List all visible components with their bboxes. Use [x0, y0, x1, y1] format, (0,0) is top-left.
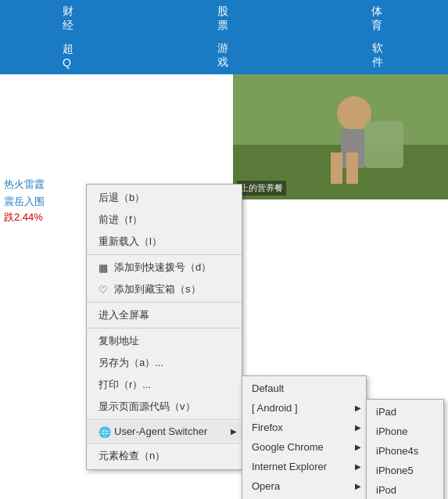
separator-2 — [87, 302, 242, 303]
heart-icon: ♡ — [99, 284, 109, 295]
ios-ipod[interactable]: iPod — [367, 480, 443, 499]
ctx-print[interactable]: 打印（r）... — [87, 374, 242, 396]
ctx-back[interactable]: 后退（b） — [87, 187, 242, 209]
treasurebox-label: 添加到藏宝箱（s） — [114, 282, 201, 296]
ua-chrome-arrow: ▶ — [355, 443, 361, 451]
svg-rect-6 — [346, 153, 358, 184]
separator-4 — [87, 419, 242, 420]
ctx-fullscreen[interactable]: 进入全屏幕 — [87, 304, 242, 326]
sidebar-text: 热火雷霆 震岳入围 跌2.44% — [0, 176, 45, 224]
ipod-label: iPod — [376, 484, 396, 496]
ua-arrow: ▶ — [231, 427, 237, 436]
nav-item-caijing[interactable]: 财经 — [63, 5, 77, 33]
ios-iphone4s[interactable]: iPhone4s — [367, 441, 443, 461]
ua-default[interactable]: Default — [242, 379, 366, 398]
speeddial-icon: ▦ — [99, 262, 109, 273]
ua-ie[interactable]: Internet Explorer ▶ — [242, 457, 366, 476]
print-label: 打印（r）... — [99, 378, 151, 392]
ctx-inspect[interactable]: 元素检查（n） — [87, 445, 242, 467]
globe-icon: 🌐 — [99, 426, 109, 437]
ua-firefox-arrow: ▶ — [355, 423, 361, 432]
nav-item-gupiao[interactable]: 股票 — [217, 5, 231, 33]
ua-chrome[interactable]: Google Chrome ▶ — [242, 437, 366, 457]
ctx-ua-switcher[interactable]: 🌐 User-Agent Switcher ▶ — [87, 422, 242, 441]
ua-firefox[interactable]: Firefox ▶ — [242, 418, 366, 437]
copyaddr-label: 复制地址 — [99, 334, 139, 348]
ipad-label: iPad — [376, 406, 396, 418]
context-menu: 后退（b） 前进（f） 重新载入（l） ▦ 添加到快速拨号（d） ♡ 添加到藏宝… — [86, 184, 242, 470]
ua-ie-label: Internet Explorer — [252, 461, 327, 472]
ios-ipad[interactable]: iPad — [367, 402, 443, 422]
ua-opera[interactable]: Opera ▶ — [242, 476, 366, 496]
ctx-speeddial[interactable]: ▦ 添加到快速拨号（d） — [87, 257, 242, 278]
news-img-label: 上的营养餐 — [237, 181, 286, 196]
nav-item-tiyu[interactable]: 体育 — [371, 5, 385, 33]
svg-rect-4 — [364, 121, 403, 168]
separator-5 — [87, 443, 242, 443]
ua-switcher-label: User-Agent Switcher — [114, 425, 207, 437]
ios-iphone5[interactable]: iPhone5 — [367, 461, 443, 480]
ua-submenu: Default [ Android ] ▶ Firefox ▶ Google C… — [242, 375, 367, 499]
separator-3 — [87, 328, 242, 328]
viewsource-label: 显示页面源代码（v） — [99, 400, 195, 414]
ios-iphone[interactable]: iPhone — [367, 422, 443, 441]
ctx-reload[interactable]: 重新载入（l） — [87, 231, 242, 253]
svg-rect-5 — [331, 153, 342, 184]
ctx-copyaddr[interactable]: 复制地址 — [87, 330, 242, 352]
ctx-forward[interactable]: 前进（f） — [87, 209, 242, 231]
ua-android-label: [ Android ] — [252, 402, 298, 414]
ua-android-arrow: ▶ — [355, 404, 361, 412]
nav-row-1: 财经 股票 体育 — [0, 0, 448, 37]
reload-label: 重新载入（l） — [99, 235, 162, 249]
ua-other[interactable]: Other ▶ — [242, 496, 366, 499]
sidebar-item-2: 震岳入围 — [4, 193, 45, 210]
ua-ie-arrow: ▶ — [355, 462, 361, 471]
separator-1 — [87, 254, 242, 255]
ctx-saveas[interactable]: 另存为（a）... — [87, 352, 242, 374]
forward-label: 前进（f） — [99, 213, 142, 227]
speeddial-label: 添加到快速拨号（d） — [114, 260, 211, 275]
fullscreen-label: 进入全屏幕 — [99, 308, 149, 322]
nav-item-ruanjian[interactable]: 软件 — [372, 41, 386, 70]
iphone5-label: iPhone5 — [376, 465, 414, 476]
nav-row-2: 超 Q 游戏 软件 — [0, 37, 448, 74]
iphone-label: iPhone — [376, 425, 407, 437]
nav-item-chaoq[interactable]: 超 Q — [63, 42, 77, 69]
iphone4s-label: iPhone4s — [376, 445, 418, 457]
news-image: 上的营养餐 — [233, 74, 448, 199]
ua-firefox-label: Firefox — [252, 422, 283, 433]
ctx-viewsource[interactable]: 显示页面源代码（v） — [87, 396, 242, 418]
nav-item-youxi[interactable]: 游戏 — [217, 41, 231, 70]
sidebar-item-1: 热火雷霆 — [4, 176, 45, 193]
sidebar-item-3: 跌2.44% — [4, 210, 45, 224]
back-label: 后退（b） — [99, 191, 145, 205]
ua-opera-arrow: ▶ — [355, 482, 361, 490]
ua-default-label: Default — [252, 382, 284, 394]
ua-opera-label: Opera — [252, 480, 280, 492]
ctx-treasurebox[interactable]: ♡ 添加到藏宝箱（s） — [87, 278, 242, 300]
inspect-label: 元素检查（n） — [99, 449, 165, 463]
top-nav: 财经 股票 体育 超 Q 游戏 软件 — [0, 0, 448, 74]
saveas-label: 另存为（a）... — [99, 356, 163, 370]
ua-chrome-label: Google Chrome — [252, 441, 324, 453]
ua-android[interactable]: [ Android ] ▶ — [242, 398, 366, 418]
ios-submenu: iPad iPhone iPhone4s iPhone5 iPod — [366, 399, 444, 499]
